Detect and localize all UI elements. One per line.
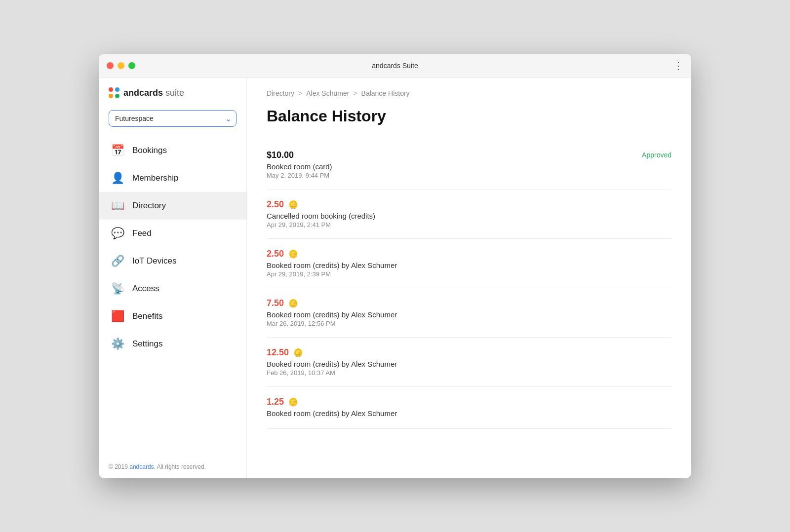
app-content: andcards suite Futurespace ⌄ 📅 Bookings (99, 77, 691, 478)
history-description: Booked room (card) (267, 162, 672, 171)
workspace-selector[interactable]: Futurespace ⌄ (109, 110, 237, 127)
logo: andcards suite (109, 87, 237, 98)
history-item: 2.50 🪙 Cancelled room booking (credits) … (267, 190, 672, 239)
coin-icon: 🪙 (288, 398, 298, 406)
sidebar-item-label: Bookings (132, 146, 167, 155)
sidebar-item-label: Settings (132, 339, 162, 349)
feed-icon: 💬 (111, 227, 124, 240)
breadcrumb: Directory > Alex Schumer > Balance Histo… (267, 89, 672, 97)
history-description: Booked room (credits) by Alex Schumer (267, 261, 672, 269)
app-window: andcards Suite ⋮ andcards suite (99, 54, 691, 478)
iot-icon: 🔗 (111, 254, 124, 268)
title-bar: andcards Suite ⋮ (99, 54, 691, 77)
nav-menu: 📅 Bookings 👤 Membership 📖 Directory 💬 Fe… (99, 137, 246, 456)
maximize-button[interactable] (128, 62, 135, 69)
settings-icon: ⚙️ (111, 337, 124, 351)
sidebar-item-label: IoT Devices (132, 256, 176, 266)
sidebar-item-label: Benefits (132, 311, 162, 321)
history-amount: 2.50 🪙 (267, 199, 672, 210)
sidebar-item-bookings[interactable]: 📅 Bookings (99, 137, 246, 164)
coin-icon: 🪙 (288, 200, 298, 209)
sidebar-item-access[interactable]: 📡 Access (99, 275, 246, 303)
andcards-link[interactable]: andcards (129, 463, 154, 470)
history-item: 2.50 🪙 Booked room (credits) by Alex Sch… (267, 239, 672, 288)
history-date: May 2, 2019, 9:44 PM (267, 172, 672, 179)
sidebar-item-directory[interactable]: 📖 Directory (99, 192, 246, 220)
traffic-lights (107, 62, 135, 69)
history-amount: 7.50 🪙 (267, 298, 672, 308)
history-description: Booked room (credits) by Alex Schumer (267, 310, 672, 319)
coin-icon: 🪙 (288, 250, 298, 258)
sidebar-item-feed[interactable]: 💬 Feed (99, 220, 246, 247)
workspace-dropdown[interactable]: Futurespace (109, 110, 237, 127)
history-item: 1.25 🪙 Booked room (credits) by Alex Sch… (267, 387, 672, 429)
sidebar-item-label: Directory (132, 201, 166, 211)
logo-area: andcards suite (99, 87, 246, 110)
page-title: Balance History (267, 107, 672, 125)
history-item: 7.50 🪙 Booked room (credits) by Alex Sch… (267, 288, 672, 338)
benefits-icon: 🟥 (111, 309, 124, 323)
history-status-badge: Approved (642, 151, 672, 159)
breadcrumb-alex[interactable]: Alex Schumer (306, 89, 349, 97)
history-item: $10.00 Booked room (card) May 2, 2019, 9… (267, 140, 672, 190)
sidebar-item-settings[interactable]: ⚙️ Settings (99, 330, 246, 358)
bookings-icon: 📅 (111, 144, 124, 157)
main-content: Directory > Alex Schumer > Balance Histo… (247, 77, 691, 478)
sidebar-item-benefits[interactable]: 🟥 Benefits (99, 303, 246, 330)
breadcrumb-separator-1: > (298, 89, 302, 97)
history-amount: 2.50 🪙 (267, 249, 672, 259)
history-description: Cancelled room booking (credits) (267, 212, 672, 220)
minimize-button[interactable] (118, 62, 124, 69)
history-description: Booked room (credits) by Alex Schumer (267, 409, 672, 418)
access-icon: 📡 (111, 282, 124, 296)
history-description: Booked room (credits) by Alex Schumer (267, 360, 672, 368)
logo-dot-yellow (109, 94, 113, 98)
history-date: Mar 26, 2019, 12:56 PM (267, 320, 672, 327)
history-item: 12.50 🪙 Booked room (credits) by Alex Sc… (267, 338, 672, 387)
logo-icon (109, 87, 119, 98)
sidebar-item-iot-devices[interactable]: 🔗 IoT Devices (99, 247, 246, 275)
history-date: Apr 29, 2019, 2:39 PM (267, 270, 672, 278)
membership-icon: 👤 (111, 171, 124, 185)
logo-text: andcards suite (123, 88, 184, 98)
logo-dot-green (115, 94, 119, 98)
breadcrumb-balance: Balance History (361, 89, 410, 97)
sidebar-footer: © 2019 andcards. All rights reserved. (99, 456, 246, 478)
sidebar-item-label: Access (132, 284, 159, 294)
history-amount: 1.25 🪙 (267, 397, 672, 407)
history-date: Apr 29, 2019, 2:41 PM (267, 221, 672, 228)
logo-dot-blue (115, 87, 119, 92)
sidebar: andcards suite Futurespace ⌄ 📅 Bookings (99, 77, 247, 478)
history-amount: $10.00 (267, 150, 672, 160)
close-button[interactable] (107, 62, 114, 69)
history-date: Feb 26, 2019, 10:37 AM (267, 369, 672, 377)
sidebar-item-membership[interactable]: 👤 Membership (99, 164, 246, 192)
menu-button[interactable]: ⋮ (673, 60, 683, 72)
coin-icon: 🪙 (288, 299, 298, 307)
breadcrumb-separator-2: > (353, 89, 357, 97)
sidebar-item-label: Membership (132, 173, 179, 183)
breadcrumb-directory[interactable]: Directory (267, 89, 294, 97)
coin-icon: 🪙 (293, 348, 303, 357)
history-amount: 12.50 🪙 (267, 347, 672, 358)
logo-dot-red (109, 87, 113, 92)
directory-icon: 📖 (111, 199, 124, 213)
window-title: andcards Suite (372, 62, 418, 70)
sidebar-item-label: Feed (132, 228, 152, 238)
